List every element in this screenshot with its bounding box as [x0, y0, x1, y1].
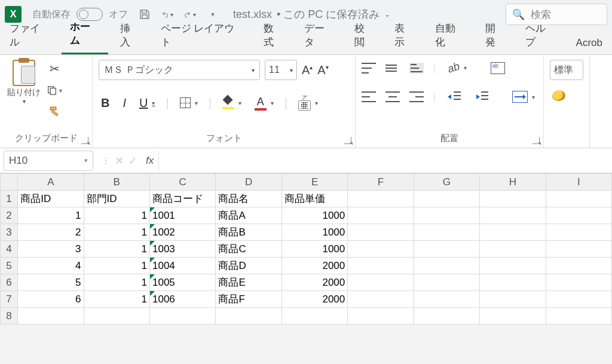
toggle-icon[interactable] — [76, 8, 103, 21]
cell[interactable]: 1 — [84, 291, 149, 308]
font-size-select[interactable]: 11▾ — [265, 60, 297, 80]
row-header-2[interactable]: 2 — [1, 207, 18, 224]
cell[interactable]: 4 — [18, 258, 84, 274]
cell[interactable] — [414, 258, 479, 274]
select-all-corner[interactable] — [1, 174, 18, 191]
align-center-icon[interactable] — [385, 91, 400, 102]
cell[interactable]: 1 — [84, 258, 149, 274]
row-header-4[interactable]: 4 — [1, 241, 18, 258]
cell[interactable] — [84, 308, 149, 325]
cell[interactable]: 1 — [84, 274, 149, 291]
cell[interactable]: 1 — [84, 224, 149, 241]
cell[interactable] — [480, 274, 546, 291]
cell[interactable] — [546, 241, 611, 258]
cell[interactable] — [348, 191, 414, 207]
align-right-icon[interactable] — [409, 91, 424, 102]
cell[interactable] — [480, 308, 546, 325]
enter-icon[interactable]: ✓ — [128, 154, 137, 167]
cell[interactable]: 2000 — [281, 258, 347, 274]
cell[interactable]: 商品E — [216, 274, 281, 291]
tab-ページ レイアウト[interactable]: ページ レイアウト — [152, 17, 252, 54]
cell[interactable]: 1001 — [150, 207, 216, 224]
tab-数式[interactable]: 数式 — [255, 17, 292, 54]
accounting-format-button[interactable] — [550, 88, 568, 103]
cell[interactable] — [480, 258, 546, 274]
cell[interactable]: 商品B — [216, 224, 281, 241]
cell[interactable]: 6 — [18, 291, 84, 308]
cell[interactable] — [348, 207, 414, 224]
increase-font-icon[interactable]: A▴ — [302, 63, 313, 77]
cell[interactable]: 商品D — [216, 258, 281, 274]
cell[interactable] — [480, 224, 546, 241]
cell[interactable] — [414, 191, 479, 207]
column-header-A[interactable]: A — [18, 174, 84, 191]
cell[interactable]: 1 — [84, 207, 149, 224]
tab-挿入[interactable]: 挿入 — [112, 17, 148, 54]
cell[interactable]: 2000 — [281, 291, 347, 308]
cell[interactable]: 商品単価 — [281, 191, 347, 207]
cell[interactable]: 2000 — [281, 274, 347, 291]
cell[interactable] — [546, 291, 611, 308]
cell[interactable] — [480, 291, 546, 308]
dialog-launcher-icon[interactable] — [533, 137, 540, 144]
cell[interactable] — [414, 308, 479, 325]
cell[interactable]: 5 — [18, 274, 84, 291]
paste-button[interactable]: 貼り付け ▾ — [6, 60, 42, 105]
tab-自動化[interactable]: 自動化 — [427, 17, 473, 54]
cell[interactable] — [348, 224, 414, 241]
dialog-launcher-icon[interactable] — [81, 137, 88, 144]
row-header-6[interactable]: 6 — [1, 274, 18, 291]
phonetic-button[interactable]: ア亜 — [296, 93, 320, 112]
align-bottom-icon[interactable] — [409, 63, 424, 74]
cell[interactable] — [414, 274, 479, 291]
cell[interactable]: 商品F — [216, 291, 281, 308]
row-header-5[interactable]: 5 — [1, 258, 18, 274]
formula-input[interactable] — [158, 151, 612, 171]
copy-icon[interactable] — [47, 82, 62, 98]
bold-button[interactable]: B — [99, 94, 112, 112]
cell[interactable] — [546, 258, 611, 274]
tab-校閲[interactable]: 校閲 — [346, 17, 382, 54]
cell[interactable] — [480, 191, 546, 207]
cell[interactable] — [414, 291, 479, 308]
tab-Acrob[interactable]: Acrob — [568, 32, 611, 54]
tab-表示[interactable]: 表示 — [386, 17, 423, 54]
align-top-icon[interactable] — [362, 63, 376, 74]
font-color-button[interactable]: A — [252, 94, 276, 112]
cell[interactable] — [546, 274, 611, 291]
italic-button[interactable]: I — [120, 94, 128, 112]
cell[interactable]: 商品A — [216, 207, 281, 224]
cell[interactable]: 1003 — [150, 241, 216, 258]
tab-ヘルプ[interactable]: ヘルプ — [517, 17, 564, 54]
column-header-I[interactable]: I — [546, 174, 611, 191]
cell[interactable] — [414, 241, 479, 258]
cell[interactable]: 1002 — [150, 224, 216, 241]
cell[interactable] — [414, 224, 479, 241]
cell[interactable]: 3 — [18, 241, 84, 258]
cell[interactable] — [348, 241, 414, 258]
cell[interactable] — [348, 274, 414, 291]
cell[interactable]: 商品名 — [216, 191, 281, 207]
cell[interactable] — [348, 291, 414, 308]
column-header-E[interactable]: E — [281, 174, 347, 191]
tab-データ[interactable]: データ — [296, 17, 342, 54]
decrease-font-icon[interactable]: A▾ — [317, 63, 328, 77]
column-header-C[interactable]: C — [150, 174, 216, 191]
dialog-launcher-icon[interactable] — [344, 137, 351, 144]
row-header-7[interactable]: 7 — [1, 291, 18, 308]
cell[interactable] — [546, 224, 611, 241]
cell[interactable]: 商品ID — [18, 191, 84, 207]
cell[interactable] — [348, 258, 414, 274]
cut-icon[interactable]: ✂ — [47, 61, 62, 77]
cell[interactable]: 1005 — [150, 274, 216, 291]
column-header-B[interactable]: B — [84, 174, 149, 191]
cell[interactable]: 1 — [84, 241, 149, 258]
merge-button[interactable] — [510, 89, 537, 105]
cell[interactable] — [480, 207, 546, 224]
number-format-select[interactable]: 標準 — [550, 60, 583, 80]
cell[interactable]: 1006 — [150, 291, 216, 308]
cell[interactable]: 2 — [18, 224, 84, 241]
orientation-button[interactable]: ab — [445, 60, 469, 76]
border-button[interactable] — [178, 96, 200, 110]
cancel-icon[interactable]: ✕ — [115, 154, 124, 167]
